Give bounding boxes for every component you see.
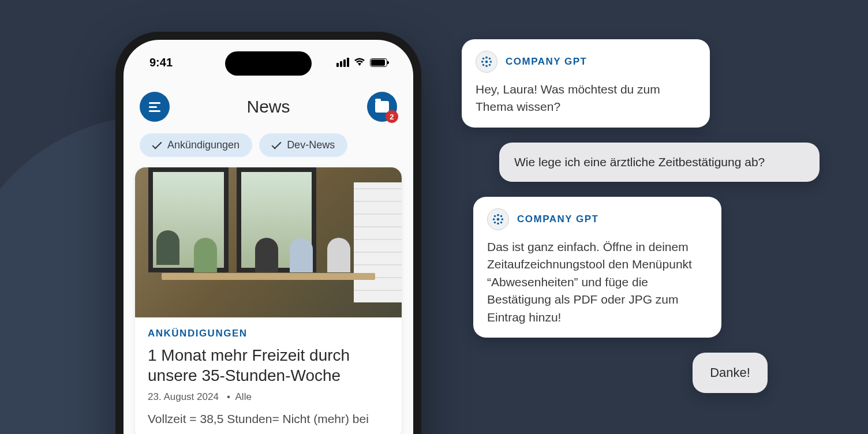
user-text: Danke! — [710, 365, 750, 380]
svg-point-6 — [489, 58, 491, 59]
svg-point-1 — [485, 57, 488, 59]
bot-text: Das ist ganz einfach. Öffne in deinem Ze… — [487, 238, 708, 326]
svg-point-17 — [500, 222, 502, 223]
notification-badge: 2 — [386, 110, 398, 123]
card-meta: 23. August 2024 • Alle — [148, 391, 389, 403]
wifi-icon — [354, 58, 365, 67]
status-icons — [336, 58, 387, 67]
svg-point-0 — [485, 61, 488, 63]
svg-point-16 — [494, 222, 496, 223]
svg-point-14 — [494, 215, 496, 217]
user-text: Wie lege ich eine ärztliche Zeitbestätig… — [514, 155, 765, 169]
svg-point-2 — [485, 65, 488, 68]
bot-text: Hey, Laura! Was möchtest du zum Thema wi… — [476, 81, 696, 116]
svg-point-9 — [497, 218, 500, 221]
bot-message: COMPANY GPT Das ist ganz einfach. Öffne … — [473, 197, 721, 338]
folder-button[interactable]: 2 — [367, 92, 397, 122]
svg-point-5 — [482, 58, 484, 59]
app-header: News 2 — [124, 74, 413, 133]
svg-point-15 — [500, 215, 502, 217]
menu-icon — [149, 102, 160, 112]
chip-label: Ankündigungen — [167, 139, 240, 151]
svg-point-7 — [482, 64, 484, 66]
svg-point-13 — [502, 218, 504, 220]
bot-header: COMPANY GPT — [476, 51, 696, 73]
card-date: 23. August 2024 — [148, 391, 219, 402]
menu-button[interactable] — [140, 92, 170, 122]
bot-header: COMPANY GPT — [487, 208, 708, 230]
phone-screen: 9:41 News 2 Ankündigungen — [124, 40, 413, 434]
filter-chips: Ankündigungen Dev-News — [124, 133, 413, 167]
battery-icon — [370, 58, 387, 67]
user-message: Wie lege ich eine ärztliche Zeitbestätig… — [499, 143, 820, 182]
status-time: 9:41 — [149, 56, 173, 69]
chip-label: Dev-News — [287, 139, 335, 151]
bot-avatar-icon — [476, 51, 497, 73]
check-icon — [272, 139, 282, 149]
news-card[interactable]: ANKÜNDIGUNGEN 1 Monat mehr Freizeit durc… — [135, 167, 402, 434]
bot-name: COMPANY GPT — [517, 214, 599, 225]
check-icon — [152, 139, 162, 149]
svg-point-10 — [497, 214, 499, 216]
signal-icon — [336, 58, 349, 67]
bot-avatar-icon — [487, 208, 509, 230]
svg-point-11 — [497, 222, 499, 225]
folder-icon — [375, 101, 389, 113]
chat-area: COMPANY GPT Hey, Laura! Was möchtest du … — [462, 39, 831, 408]
card-body: ANKÜNDIGUNGEN 1 Monat mehr Freizeit durc… — [135, 317, 402, 434]
card-audience: Alle — [235, 391, 252, 402]
phone-frame: 9:41 News 2 Ankündigungen — [115, 32, 421, 434]
svg-point-8 — [489, 64, 491, 66]
card-image — [135, 167, 402, 317]
user-message: Danke! — [693, 353, 768, 393]
dynamic-island — [225, 51, 312, 76]
bot-message: COMPANY GPT Hey, Laura! Was möchtest du … — [462, 39, 710, 128]
card-title: 1 Monat mehr Freizeit durch unsere 35-St… — [148, 345, 389, 386]
svg-point-4 — [490, 61, 492, 63]
chip-ankuendigungen[interactable]: Ankündigungen — [140, 133, 252, 157]
chip-dev-news[interactable]: Dev-News — [259, 133, 347, 157]
bot-name: COMPANY GPT — [506, 56, 588, 68]
card-excerpt: Vollzeit = 38,5 Stunden= Nicht (mehr) be… — [148, 410, 389, 428]
svg-point-12 — [493, 218, 495, 220]
card-category: ANKÜNDIGUNGEN — [148, 328, 389, 339]
svg-point-3 — [481, 61, 484, 63]
page-title: News — [246, 97, 290, 117]
